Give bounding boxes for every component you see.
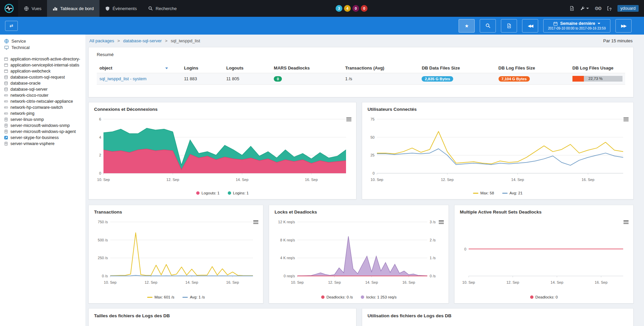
chart-card-log-files-usage: Utilisation des fichiers de Logs des DB (362, 308, 634, 326)
sidebar-package-item[interactable]: database-sql-server (3, 86, 83, 92)
chart-menu-icon[interactable] (346, 117, 351, 122)
logout-button[interactable] (607, 6, 612, 11)
nav-item-evenements[interactable]: Évènements (99, 0, 142, 17)
column-header-logins[interactable]: Logins (181, 63, 224, 73)
db-data-files-size-badge: 2,835 G Bytes (422, 76, 453, 82)
tools-menu-button[interactable] (580, 6, 589, 11)
chart-menu-icon[interactable] (439, 219, 444, 225)
column-header-db-log-files-size[interactable]: DB Log Files Size (496, 63, 570, 73)
top-navbar: Vues Tableaux de bord Évènements Recherc… (0, 0, 644, 17)
summary-title: Resumé (97, 52, 625, 57)
chart-plot: 0 req/s4 K req/s8 K req/s12 K req/s0 /s1… (269, 217, 448, 294)
nav-label: Vues (32, 6, 41, 11)
mars-deadlocks-badge: 0 (274, 76, 282, 82)
sidebar-package-item[interactable]: network-hp-comware-switch (3, 104, 83, 110)
breadcrumb-link-all-packages[interactable]: All packages (89, 38, 114, 43)
sidebar-package-item[interactable]: server-microsoft-windows-snmp (3, 123, 83, 129)
breadcrumb-link-package[interactable]: database-sql-server (123, 38, 162, 43)
alert-count-badge[interactable]: 0 (352, 5, 359, 12)
svg-text:12. Sep: 12. Sep (506, 280, 519, 284)
svg-text:14. Sep: 14. Sep (236, 178, 249, 182)
previous-period-button[interactable]: ◀◀ (522, 19, 538, 33)
package-label: application-webcheck (10, 69, 51, 74)
alert-count-badge[interactable]: 3 (336, 5, 342, 12)
legend-item[interactable]: Max: 58 (473, 191, 494, 195)
legend-item[interactable]: Avg: 1 /s (182, 295, 205, 299)
pdf-export-button[interactable] (501, 19, 517, 33)
chart-menu-icon[interactable] (624, 219, 629, 225)
column-header-db-log-files-usage[interactable]: DB Log Files Usage (570, 63, 625, 73)
sidebar-item-service[interactable]: Service (3, 38, 83, 44)
sidebar-package-item[interactable]: database-custom-sql-request (3, 74, 83, 80)
usage-progress-bar: 22,73 % (572, 76, 622, 82)
legend-item[interactable]: Max: 601 /s (147, 295, 174, 299)
package-label: server-linux-snmp (10, 117, 44, 122)
sidebar-package-item[interactable]: database-oracle (3, 80, 83, 86)
sidebar-package-item[interactable]: server-linux-snmp (3, 117, 83, 123)
nav-item-tableaux-de-bord[interactable]: Tableaux de bord (47, 0, 99, 17)
legend-marker (502, 193, 508, 194)
column-header-db-data-files-size[interactable]: DB Data Files Size (419, 63, 496, 73)
legend-item[interactable]: locks: 1 253 req/s (361, 295, 396, 299)
chart-menu-icon[interactable] (253, 219, 258, 225)
globe-icon (24, 6, 29, 11)
settings-button[interactable]: ⚙⚙ (595, 6, 601, 11)
column-header-transactions[interactable]: Transactions (Avg) (342, 63, 419, 73)
svg-text:25: 25 (371, 153, 375, 157)
summary-table: object Logins Logouts MARS Deadlocks Tra… (97, 63, 625, 85)
next-period-button[interactable]: ▶▶ (615, 19, 632, 33)
chart-menu-icon[interactable] (624, 117, 629, 122)
sidebar-package-item[interactable]: server-microsoft-windows-sp-agent (3, 129, 83, 135)
column-header-logouts[interactable]: Logouts (224, 63, 271, 73)
legend-item[interactable]: Logins: 1 (228, 191, 249, 195)
nav-item-vues[interactable]: Vues (18, 0, 47, 17)
svg-text:500 /s: 500 /s (98, 238, 108, 242)
legend-marker (228, 191, 231, 195)
chart-legend: Deadlocks: 0 /slocks: 1 253 req/s (269, 294, 448, 303)
sidebar-package-item[interactable]: network-cisco-router (3, 92, 83, 98)
rewind-icon: ◀◀ (528, 24, 532, 28)
legend-item[interactable]: Logouts: 1 (196, 191, 220, 195)
sidebar-package-item[interactable]: server-vmware-vsphere (3, 141, 83, 147)
sidebar-package-item[interactable]: network-citrix-netscaler-appliance (3, 98, 83, 104)
search-button[interactable] (480, 19, 496, 33)
wrench-icon (580, 6, 585, 11)
chart-card-mars-deadlocks: Multiple Active Result Sets Deadlocks 01… (454, 205, 634, 304)
column-header-mars-deadlocks[interactable]: MARS Deadlocks (271, 63, 342, 73)
sidebar-collapse-button[interactable]: ⇄ (5, 21, 18, 31)
sidebar-package-item[interactable]: application-servicepilot-internal-statis (3, 62, 83, 68)
export-pdf-button[interactable] (569, 6, 574, 11)
alert-count-badge[interactable]: 0 (361, 5, 368, 12)
chart-title: Multiple Active Result Sets Deadlocks (455, 205, 633, 217)
db-log-files-size-badge: 7,104 G Bytes (499, 76, 530, 82)
sidebar-package-item[interactable]: network-ping (3, 110, 83, 117)
sidebar-item-technical[interactable]: Technical (3, 44, 83, 51)
sidebar-package-item[interactable]: application-microsoft-active-directory- (3, 56, 83, 62)
legend-item[interactable]: Deadlocks: 0 (530, 295, 558, 299)
object-link[interactable]: sql_iwsppd_list - system (99, 76, 146, 81)
chevron-down-icon (598, 23, 600, 24)
sort-desc-icon (165, 67, 168, 69)
alert-count-badge[interactable]: 4 (344, 5, 351, 12)
sign-out-icon (607, 6, 612, 11)
period-selector-button[interactable]: Semaine dernière 2017-09-10 00:00 to 201… (543, 19, 610, 33)
nav-item-recherche[interactable]: Recherche (142, 0, 182, 17)
breadcrumb-separator: > (165, 38, 168, 43)
sidebar-package-item[interactable]: server-skype-for-business (3, 135, 83, 141)
svg-text:14. Sep: 14. Sep (365, 280, 378, 284)
favorite-button[interactable]: ★ (459, 19, 475, 33)
server-icon (4, 142, 8, 146)
sidebar-package-item[interactable]: application-webcheck (3, 68, 83, 74)
network-icon (4, 93, 8, 97)
svg-text:16. Sep: 16. Sep (402, 280, 415, 284)
legend-item[interactable]: Deadlocks: 0 /s (321, 295, 353, 299)
legend-item[interactable]: Avg: 21 (502, 191, 523, 195)
chart-svg: 0 /s250 /s500 /s750 /s10. Sep12. Sep14. … (91, 217, 260, 286)
network-icon (4, 99, 8, 103)
app-logo[interactable] (0, 0, 18, 17)
column-header-object[interactable]: object (97, 63, 181, 73)
user-menu[interactable]: ydouard (617, 5, 639, 12)
svg-text:0 req/s: 0 req/s (284, 274, 295, 278)
svg-text:6: 6 (99, 117, 101, 121)
svg-text:750 /s: 750 /s (98, 220, 108, 224)
